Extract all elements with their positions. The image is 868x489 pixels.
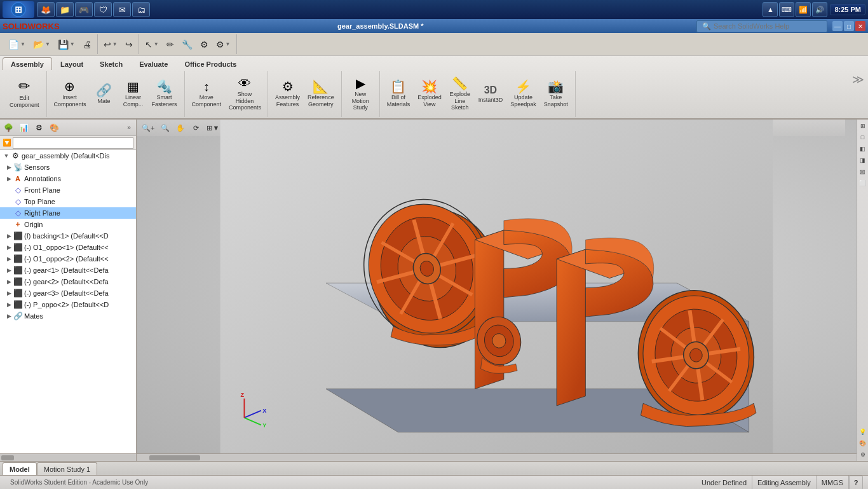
toolbar-sketch[interactable]: ✏	[163, 36, 177, 53]
annotations-expander[interactable]: ▶	[5, 173, 13, 184]
rt-view5[interactable]: ▨	[858, 167, 868, 177]
taskbar-right: ▲ ⌨ 📶 🔊 8:25 PM	[761, 2, 865, 17]
h-scroll-handle[interactable]	[149, 455, 200, 460]
sensors-expander[interactable]: ▶	[5, 162, 13, 173]
toolbar-save[interactable]: 💾▼	[55, 36, 78, 53]
toolbar-print[interactable]: 🖨	[79, 36, 95, 53]
edit-component-button[interactable]: ✏ EditComponent	[6, 74, 43, 114]
rt-view1[interactable]: ⊞	[858, 121, 868, 131]
tree-backing[interactable]: ▶ ⬛ (f) backing<1> (Default<<D	[0, 230, 136, 242]
toolbar-options[interactable]: ⚙▼	[213, 36, 234, 53]
bill-of-materials-button[interactable]: 📋 Bill ofMaterials	[384, 74, 414, 114]
backing-expander[interactable]: ▶	[5, 230, 13, 242]
tab-office-products[interactable]: Office Products	[176, 57, 245, 70]
panel-tab-config[interactable]: ⚙	[32, 121, 46, 135]
tab-motion-study-1[interactable]: Motion Study 1	[37, 462, 97, 475]
toolbar-rebuild[interactable]: ⚙	[197, 36, 212, 53]
toolbar-select[interactable]: ↖▼	[142, 36, 162, 53]
move-component-button[interactable]: ↕ MoveComponent	[189, 74, 225, 114]
show-hidden-button[interactable]: 👁 ShowHiddenComponents	[226, 74, 264, 114]
assembly-features-button[interactable]: ⚙ AssemblyFeatures	[272, 74, 303, 114]
toolbar-open[interactable]: 📂▼	[30, 36, 53, 53]
editing-assembly-status: Editing Assembly	[752, 476, 817, 489]
root-expander[interactable]: ▼	[3, 150, 10, 162]
top-plane-expander	[5, 196, 13, 207]
explode-line-button[interactable]: 📏 ExplodeLineSketch	[446, 74, 474, 114]
mate-button[interactable]: 🔗 Mate	[90, 74, 118, 114]
exploded-view-button[interactable]: 💥 ExplodedView	[414, 74, 445, 114]
rt-view6[interactable]: ⬜	[858, 178, 868, 188]
tree-o1oppo1[interactable]: ▶ ⬛ (-) O1_oppo<1> (Default<<	[0, 242, 136, 253]
smart-fasteners-button[interactable]: 🔩 SmartFasteners	[149, 74, 180, 114]
taskbar-firefox[interactable]: 🦊	[37, 2, 55, 17]
tab-layout[interactable]: Layout	[52, 57, 92, 70]
tree-annotations[interactable]: ▶ A Annotations	[0, 173, 136, 184]
help-button[interactable]: ?	[849, 476, 863, 490]
minimize-button[interactable]: —	[832, 21, 843, 31]
tab-model[interactable]: Model	[3, 462, 37, 475]
toolbar-undo[interactable]: ↩▼	[100, 36, 121, 53]
rt-view2[interactable]: □	[858, 132, 868, 142]
new-motion-study-button[interactable]: ▶ NewMotionStudy	[346, 74, 374, 114]
gear3-expander[interactable]: ▶	[5, 287, 13, 299]
rt-view4[interactable]: ◨	[858, 155, 868, 165]
tree-sensors[interactable]: ▶ 📡 Sensors	[0, 162, 136, 173]
take-snapshot-button[interactable]: 📸 TakeSnapshot	[541, 74, 571, 114]
insert-components-button[interactable]: ⊕ InsertComponents	[51, 74, 89, 114]
horizontal-scrollbar[interactable]	[137, 453, 857, 461]
taskbar-volume[interactable]: 🔊	[812, 2, 827, 17]
tab-evaluate[interactable]: Evaluate	[131, 57, 176, 70]
poppo2-expander[interactable]: ▶	[5, 299, 13, 310]
rt-view3[interactable]: ◧	[858, 144, 868, 154]
panel-tab-tree[interactable]: 🌳	[1, 121, 15, 135]
tree-top-plane[interactable]: ◇ Top Plane	[0, 196, 136, 207]
taskbar-app4[interactable]: 🛡	[94, 2, 112, 17]
gear2-expander[interactable]: ▶	[5, 276, 13, 287]
linear-component-button[interactable]: ▦ LinearComp...	[119, 74, 147, 114]
tree-gear2[interactable]: ▶ ⬛ (-) gear<2> (Default<<Defa	[0, 276, 136, 287]
tab-assembly[interactable]: Assembly	[3, 57, 52, 70]
toolbar-new[interactable]: 📄▼	[5, 36, 29, 53]
toolbar-redo[interactable]: ↪	[122, 36, 136, 53]
tree-gear3[interactable]: ▶ ⬛ (-) gear<3> (Default<<Defa	[0, 287, 136, 299]
rt-light[interactable]: 💡	[858, 427, 868, 437]
taskbar-app6[interactable]: 🗂	[132, 2, 150, 17]
ribbon-expand-icon[interactable]: ≫	[852, 72, 864, 86]
taskbar-folder[interactable]: 📁	[56, 2, 74, 17]
tree-mates[interactable]: ▶ 🔗 Mates	[0, 310, 136, 322]
panel-expand-button[interactable]: »	[123, 121, 135, 135]
close-button[interactable]: ✕	[855, 21, 865, 31]
tree-front-plane[interactable]: ◇ Front Plane	[0, 184, 136, 196]
backing-icon: ⬛	[13, 231, 23, 241]
panel-scroll-handle[interactable]	[1, 455, 14, 460]
taskbar-steam[interactable]: 🎮	[75, 2, 93, 17]
rt-color[interactable]: 🎨	[858, 438, 868, 448]
gear1-expander[interactable]: ▶	[5, 265, 13, 276]
tree-origin[interactable]: + Origin	[0, 219, 136, 230]
taskbar-keyboard[interactable]: ⌨	[779, 2, 794, 17]
tree-gear1[interactable]: ▶ ⬛ (-) gear<1> (Default<<Defa	[0, 265, 136, 276]
taskbar-arrow[interactable]: ▲	[763, 2, 778, 17]
o1oppo1-expander[interactable]: ▶	[5, 242, 13, 253]
tree-root[interactable]: ▼ ⚙ gear_assembly (Default<Dis	[0, 150, 136, 162]
mates-expander[interactable]: ▶	[5, 310, 13, 322]
panel-horizontal-scrollbar[interactable]	[0, 453, 136, 461]
help-search-input[interactable]	[714, 22, 822, 30]
tree-poppo2[interactable]: ▶ ⬛ (-) P_oppo<2> (Default<<D	[0, 299, 136, 310]
panel-tab-property[interactable]: 📊	[17, 121, 31, 135]
panel-tab-display[interactable]: 🎨	[47, 121, 61, 135]
tree-o1oppo2[interactable]: ▶ ⬛ (-) O1_oppo<2> (Default<<	[0, 253, 136, 265]
taskbar-mail[interactable]: ✉	[113, 2, 131, 17]
toolbar-smart[interactable]: 🔧	[179, 36, 196, 53]
tree-filter-input[interactable]	[15, 139, 131, 146]
taskbar-network[interactable]: 📶	[796, 2, 811, 17]
maximize-button[interactable]: □	[844, 21, 854, 31]
tree-right-plane[interactable]: ◇ Right Plane	[0, 207, 136, 219]
rt-settings[interactable]: ⚙	[858, 450, 868, 460]
update-speedpak-button[interactable]: ⚡ UpdateSpeedpak	[507, 74, 539, 114]
instant3d-button[interactable]: 3D Instant3D	[475, 74, 506, 114]
reference-geometry-button[interactable]: 📐 ReferenceGeometry	[304, 74, 337, 114]
o1oppo2-expander[interactable]: ▶	[5, 253, 13, 265]
start-button[interactable]: ⊞	[3, 1, 34, 18]
tab-sketch[interactable]: Sketch	[92, 57, 131, 70]
